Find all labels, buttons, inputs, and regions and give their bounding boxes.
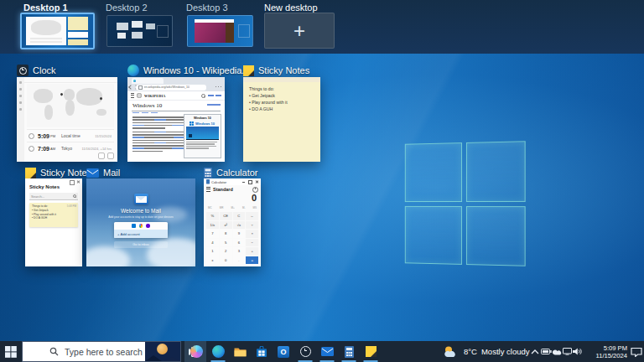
key-7[interactable]: 7 [206,230,219,238]
key-equals[interactable]: = [246,256,258,265]
key-sqrt[interactable]: √x [233,221,246,230]
address-bar[interactable]: en.wikipedia.org/wiki/Windows_10 [136,85,206,90]
key-add[interactable]: + [246,247,258,256]
search-daily-image[interactable] [145,342,180,361]
tray-battery[interactable] [541,341,552,362]
wiki-account-links[interactable] [208,95,221,96]
taskbar-mail-button[interactable] [316,341,338,362]
languages-chip[interactable] [207,104,221,106]
sticky-note-card[interactable]: 5:08 PM Things to do: • Get Jetpack • Pl… [29,203,78,227]
mail-icon [321,347,334,356]
key-negate[interactable]: ± [206,256,219,265]
new-desktop-button[interactable]: + [264,13,335,49]
key-0[interactable]: 0 [220,256,232,265]
key-percent[interactable]: % [206,212,219,220]
new-desktop-label: New desktop [264,3,318,13]
clock-row-icon [29,133,34,139]
memory-key[interactable]: M+ [231,206,235,209]
desktop-3-thumbnail[interactable] [187,15,253,47]
memory-key[interactable]: MS [252,206,257,209]
taskbar-file-explorer-button[interactable] [229,341,251,362]
key-multiply[interactable]: × [246,230,258,238]
wiki-search-icon[interactable] [201,94,205,98]
edge-window-thumbnail[interactable]: en.wikipedia.org/wiki/Windows_10 WIKIPED… [127,77,225,162]
taskbar-weather-widget[interactable]: 8°C Mostly cloudy [443,341,530,362]
tray-onedrive[interactable] [552,341,563,362]
memory-key[interactable]: MC [208,206,212,209]
taskbar-calculator-button[interactable] [338,341,360,362]
hamburger-icon[interactable] [131,93,134,97]
calculator-titlebar-text: Calculator [211,180,226,184]
clock-row-local[interactable]: 5:09 PM Local time 11/15/2024 [27,129,114,142]
key-1[interactable]: 1 [206,247,219,256]
tray-overflow-button[interactable] [531,341,539,362]
memory-row[interactable]: MC MR M+ M- MS [206,206,258,209]
windows-start-icon [5,346,17,358]
action-center-button[interactable] [631,341,642,362]
tray-speaker[interactable] [573,341,583,362]
key-c[interactable]: C [233,212,246,220]
window-controls[interactable] [70,180,80,185]
key-8[interactable]: 8 [220,230,232,238]
text-line [132,134,186,136]
close-icon[interactable] [256,180,259,184]
sticky-notes-window-thumbnail[interactable]: Things to do: • Get Jetpack • Play aroun… [243,77,320,162]
start-button[interactable] [0,341,22,362]
key-backspace[interactable]: ← [246,212,258,220]
back-icon[interactable] [128,85,133,90]
hamburger-icon[interactable] [206,187,210,192]
memory-key[interactable]: M- [242,206,246,209]
key-square[interactable]: x² [220,221,232,230]
calculator-icon [345,346,354,358]
taskbar-sticky-notes-button[interactable] [360,341,382,362]
key-subtract[interactable]: − [246,239,258,247]
sticky-list-window-thumbnail[interactable]: Sticky Notes Search... 5:08 PM Things to… [25,178,82,266]
go-to-inbox-button[interactable]: Go to inbox [114,241,168,248]
key-5[interactable]: 5 [220,239,232,247]
calculator-window-thumbnail[interactable]: Calculator Standard 0 MC MR M+ M- MS % C… [204,178,261,266]
add-account-button[interactable]: + Add account [114,230,168,238]
taskbar-copilot-button[interactable] [185,341,207,362]
history-icon[interactable] [252,187,258,193]
mail-window-header: Mail [86,167,120,178]
taskbar-store-button[interactable] [251,341,273,362]
taskbar-outlook-button[interactable] [273,341,294,362]
search-input[interactable] [63,346,158,358]
taskbar-search-box[interactable] [22,341,181,362]
text-line [132,142,187,144]
desktop-1-thumbnail[interactable] [20,13,95,49]
article-tabs[interactable] [132,112,158,113]
browser-tab[interactable] [132,78,164,84]
key-divide[interactable]: ÷ [246,221,258,230]
tokyo-time-detail: 11/16/2024, +14 hrs [82,147,112,151]
memory-key[interactable]: MR [220,206,224,209]
key-9[interactable]: 9 [233,230,246,238]
key-2[interactable]: 2 [220,247,232,256]
key-4[interactable]: 4 [206,239,219,247]
infobox-line [186,146,217,147]
tray-display[interactable] [563,341,572,362]
text-line [132,116,187,118]
browser-menu-icon[interactable] [216,86,221,87]
window-controls[interactable] [242,180,259,184]
taskbar: 8°C Mostly cloudy 5:09 PM 11/15/2024 [0,341,644,362]
minimize-icon[interactable] [242,182,245,183]
mail-window-thumbnail[interactable]: Welcome to Mail Add your accounts to sta… [86,178,195,266]
key-reciprocal[interactable]: 1/x [206,221,219,230]
clock-action-buttons[interactable] [98,153,114,159]
key-6[interactable]: 6 [233,239,246,247]
wikipedia-globe-icon [137,93,142,98]
taskbar-clock[interactable]: 5:09 PM 11/15/2024 [587,341,627,362]
mini-window [132,32,143,39]
desktop-2-thumbnail[interactable] [106,15,173,47]
key-ce[interactable]: CE [220,212,232,220]
taskbar-edge-button[interactable] [207,341,229,362]
maximize-icon[interactable] [70,180,75,185]
taskbar-clock-button[interactable] [294,341,316,362]
clock-window-thumbnail[interactable]: 5:09 PM Local time 11/15/2024 7:09 AM To… [17,77,117,162]
key-decimal[interactable]: . [233,256,246,265]
key-3[interactable]: 3 [233,247,246,256]
sticky-search-box[interactable]: Search... [29,193,78,200]
maximize-icon[interactable] [248,180,252,184]
close-icon[interactable] [77,180,80,184]
